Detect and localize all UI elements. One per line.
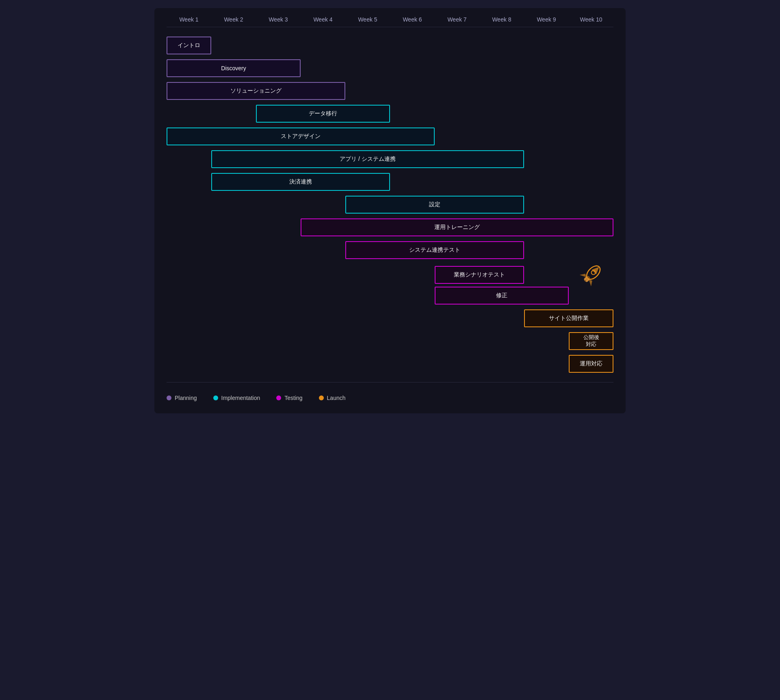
bar-biz-test[interactable]: 業務シナリオテスト	[435, 266, 524, 284]
row-ops-support: 運用対応	[167, 354, 613, 374]
row-site-launch: サイト公開作業	[167, 308, 613, 328]
row-system-test: システム連携テスト	[167, 240, 613, 260]
week-5-header: Week 5	[345, 16, 390, 23]
week-9-header: Week 9	[524, 16, 569, 23]
week-headers: Week 1 Week 2 Week 3 Week 4 Week 5 Week …	[167, 16, 613, 27]
row-biz-test: 業務シナリオテスト	[167, 263, 613, 283]
row-fix: 修正	[167, 285, 613, 306]
rocket-icon	[579, 263, 603, 287]
bar-solutioning[interactable]: ソリューショニング	[167, 82, 345, 100]
row-intro: イントロ	[167, 35, 613, 56]
bar-intro[interactable]: イントロ	[167, 37, 211, 54]
testing-label: Testing	[284, 395, 302, 401]
row-app-integration: アプリ / システム連携	[167, 149, 613, 169]
legend-testing: Testing	[276, 395, 302, 401]
legend-planning: Planning	[167, 395, 197, 401]
chart-container: Week 1 Week 2 Week 3 Week 4 Week 5 Week …	[154, 8, 626, 413]
rocket-area	[569, 263, 613, 287]
legend-launch: Launch	[319, 395, 346, 401]
row-data-migration: データ移行	[167, 104, 613, 124]
row-store-design: ストアデザイン	[167, 126, 613, 147]
week-7-header: Week 7	[435, 16, 479, 23]
row-solutioning: ソリューショニング	[167, 81, 613, 101]
implementation-dot	[213, 395, 218, 400]
week-8-header: Week 8	[479, 16, 524, 23]
bar-app-integration[interactable]: アプリ / システム連携	[211, 150, 524, 168]
bar-system-test[interactable]: システム連携テスト	[345, 241, 524, 259]
row-payment: 決済連携	[167, 172, 613, 192]
week-4-header: Week 4	[301, 16, 345, 23]
legend: Planning Implementation Testing Launch	[167, 382, 613, 401]
row-discovery: Discovery	[167, 58, 613, 78]
bar-ops-support[interactable]: 運用対応	[569, 355, 613, 373]
row-settings: 設定	[167, 194, 613, 215]
bar-site-launch[interactable]: サイト公開作業	[524, 309, 613, 327]
bar-fix[interactable]: 修正	[435, 287, 569, 305]
week-1-header: Week 1	[167, 16, 211, 23]
implementation-label: Implementation	[221, 395, 260, 401]
week-6-header: Week 6	[390, 16, 435, 23]
bar-ops-training[interactable]: 運用トレーニング	[301, 218, 613, 236]
bar-payment[interactable]: 決済連携	[211, 173, 390, 191]
launch-dot	[319, 395, 324, 400]
bar-post-launch[interactable]: 公開後対応	[569, 332, 613, 350]
planning-dot	[167, 395, 171, 400]
bar-discovery[interactable]: Discovery	[167, 59, 301, 77]
bar-store-design[interactable]: ストアデザイン	[167, 127, 435, 145]
bar-data-migration[interactable]: データ移行	[256, 105, 390, 123]
week-2-header: Week 2	[211, 16, 256, 23]
legend-implementation: Implementation	[213, 395, 260, 401]
row-ops-training: 運用トレーニング	[167, 217, 613, 238]
bar-settings[interactable]: 設定	[345, 196, 524, 214]
row-post-launch: 公開後対応	[167, 331, 613, 351]
week-3-header: Week 3	[256, 16, 301, 23]
week-10-header: Week 10	[569, 16, 613, 23]
launch-label: Launch	[327, 395, 346, 401]
gantt-area: イントロ Discovery ソリューショニング データ移行 ストアデザイン ア…	[167, 31, 613, 374]
testing-dot	[276, 395, 281, 400]
planning-label: Planning	[175, 395, 197, 401]
